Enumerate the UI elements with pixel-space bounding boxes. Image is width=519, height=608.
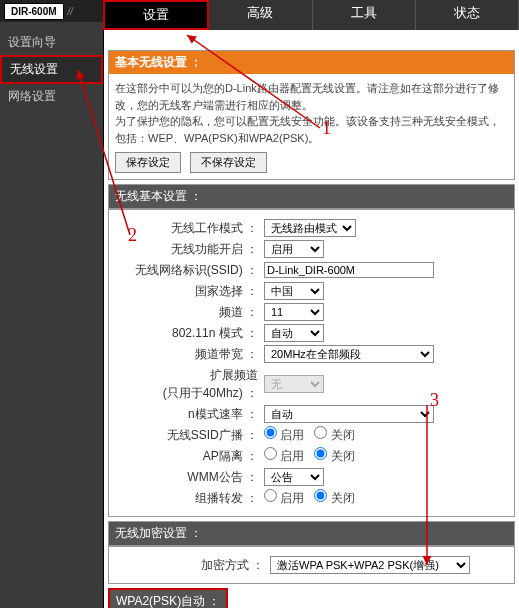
mode-label: 无线工作模式 ： [109,219,264,237]
form-title: 无线基本设置 ： [108,184,515,209]
tab-tools[interactable]: 工具 [313,22,416,30]
content: 设置 高级 工具 状态 基本无线设置 ： 在这部分中可以为您的D-Link路由器… [103,22,519,608]
model-badge: DIR-600M [4,3,64,20]
sidebar-item-network[interactable]: 网络设置 [0,84,103,109]
mode-select[interactable]: 无线路由模式 [264,219,356,237]
tab-advanced[interactable]: 高级 [209,22,312,30]
channel-label: 频道 ： [109,303,264,321]
ext-label: 扩展频道(只用于40Mhz) ： [109,366,264,402]
bw-label: 频道带宽 ： [109,345,264,363]
basic-text2: 为了保护您的隐私，您可以配置无线安全功能。该设备支持三种无线安全模式，包括：WE… [115,113,508,146]
bw-select[interactable]: 20MHz在全部频段 [264,345,434,363]
mcast-on[interactable]: 启用 [264,489,304,507]
form-panel: 无线工作模式 ：无线路由模式 无线功能开启 ：启用 无线网络标识(SSID) ：… [108,209,515,517]
ext-select: 无 [264,375,324,393]
rate-label: n模式速率 ： [109,405,264,423]
sidebar-item-wizard[interactable]: 设置向导 [0,30,103,55]
mcast-label: 组播转发 ： [109,489,264,507]
ssid-label: 无线网络标识(SSID) ： [109,261,264,279]
country-select[interactable]: 中国 [264,282,324,300]
ap-on[interactable]: 启用 [264,447,304,465]
ap-off[interactable]: 关闭 [314,447,354,465]
sidebar: 设置向导 无线设置 网络设置 [0,22,103,608]
enc-title: 无线加密设置 ： [108,521,515,546]
nosave-button[interactable]: 不保存设定 [190,152,267,173]
wmm-select[interactable]: 公告 [264,468,324,486]
wpa-title: WPA2(PSK)自动 ： [108,588,228,608]
ap-label: AP隔离 ： [109,447,264,465]
method-label: 加密方式 ： [115,556,270,574]
sidebar-item-wireless[interactable]: 无线设置 [0,55,103,84]
method-select[interactable]: 激活WPA PSK+WPA2 PSK(增强) [270,556,470,574]
mcast-off[interactable]: 关闭 [314,489,354,507]
ssidbc-on[interactable]: 启用 [264,426,304,444]
enable-label: 无线功能开启 ： [109,240,264,258]
wmm-label: WMM公告 ： [109,468,264,486]
enable-select[interactable]: 启用 [264,240,324,258]
channel-select[interactable]: 11 [264,303,324,321]
country-label: 国家选择 ： [109,282,264,300]
basic-title: 基本无线设置 ： [109,51,514,74]
tab-setup[interactable]: 设置 [103,22,209,30]
save-button[interactable]: 保存设定 [115,152,181,173]
ssidbc-off[interactable]: 关闭 [314,426,354,444]
enc-panel: 加密方式 ：激活WPA PSK+WPA2 PSK(增强) [108,546,515,584]
mode11-select[interactable]: 自动 [264,324,324,342]
basic-text1: 在这部分中可以为您的D-Link路由器配置无线设置。请注意如在这部分进行了修改，… [115,80,508,113]
mode11-label: 802.11n 模式 ： [109,324,264,342]
tab-status[interactable]: 状态 [416,22,519,30]
ssid-input[interactable] [264,262,434,278]
basic-panel: 基本无线设置 ： 在这部分中可以为您的D-Link路由器配置无线设置。请注意如在… [108,50,515,180]
slashes: // [64,6,78,17]
rate-select[interactable]: 自动 [264,405,434,423]
ssidbc-label: 无线SSID广播 ： [109,426,264,444]
